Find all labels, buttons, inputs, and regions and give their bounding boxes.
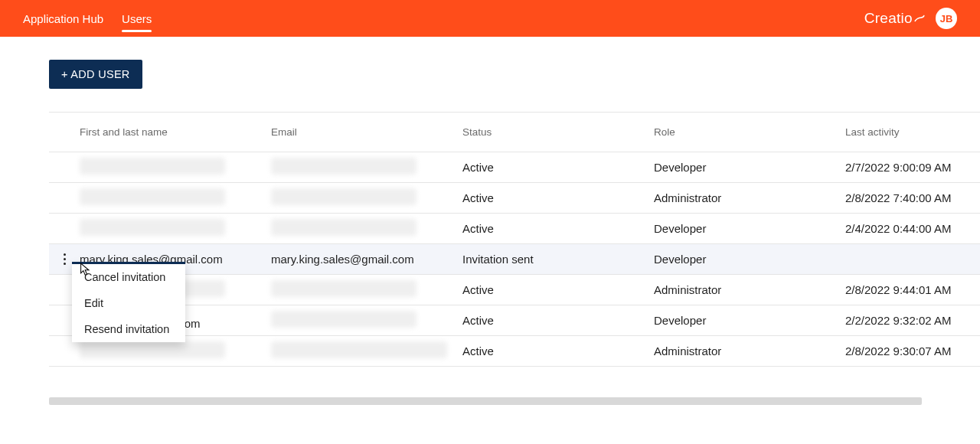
topbar: Application Hub Users Creatio JB — [0, 0, 980, 37]
topbar-right: Creatio JB — [864, 8, 957, 29]
menu-edit[interactable]: Edit — [72, 290, 185, 316]
redacted-email — [271, 219, 416, 236]
nav-application-hub[interactable]: Application Hub — [23, 0, 103, 37]
cell-role: Administrator — [654, 283, 721, 296]
nav-users[interactable]: Users — [122, 0, 152, 37]
redacted-email — [271, 158, 416, 175]
cell-role: Developer — [654, 314, 706, 327]
cell-last-activity: 2/8/2022 7:40:00 AM — [845, 191, 951, 204]
cursor-icon — [80, 262, 92, 277]
redacted-name — [80, 219, 225, 236]
horizontal-scrollbar[interactable] — [49, 397, 922, 405]
cell-status: Invitation sent — [462, 253, 534, 266]
redacted-email — [271, 280, 416, 297]
add-user-button[interactable]: + ADD USER — [49, 60, 142, 89]
table-row[interactable]: Active Developer 2/4/2022 0:44:00 AM — [49, 214, 980, 244]
cell-last-activity: 2/8/2022 9:44:01 AM — [845, 283, 951, 296]
page-content: + ADD USER First and last name Email Sta… — [0, 37, 980, 420]
cell-status: Active — [462, 161, 494, 174]
table-header: First and last name Email Status Role La… — [49, 113, 980, 152]
cell-last-activity: 2/2/2022 9:32:02 AM — [845, 314, 951, 327]
table-row[interactable]: Active Administrator 2/8/2022 7:40:00 AM — [49, 183, 980, 214]
redacted-email — [271, 188, 416, 205]
redacted-name — [80, 188, 225, 205]
table-row[interactable]: mary.king.sales@gmail.com Cancel invitat… — [49, 244, 980, 275]
redacted-name — [80, 341, 225, 358]
cell-status: Active — [462, 191, 494, 204]
col-header-role[interactable]: Role — [654, 126, 845, 138]
avatar[interactable]: JB — [936, 8, 957, 29]
cell-role: Administrator — [654, 191, 721, 204]
table-row[interactable]: Active Developer 2/7/2022 9:00:09 AM — [49, 152, 980, 183]
redacted-name — [80, 158, 225, 175]
col-header-last-activity[interactable]: Last activity — [845, 126, 975, 138]
col-header-email[interactable]: Email — [271, 126, 462, 138]
users-table: First and last name Email Status Role La… — [49, 112, 980, 367]
brand-swoosh-icon — [914, 13, 925, 24]
table-row[interactable]: Active Administrator 2/8/2022 9:30:07 AM — [49, 336, 980, 367]
cell-email: mary.king.sales@gmail.com — [271, 253, 414, 266]
cell-last-activity: 2/8/2022 9:30:07 AM — [845, 344, 951, 357]
cell-role: Developer — [654, 222, 706, 235]
cell-role: Administrator — [654, 344, 721, 357]
table-row[interactable]: .com Active Developer 2/2/2022 9:32:02 A… — [49, 305, 980, 336]
cell-status: Active — [462, 283, 494, 296]
cell-status: Active — [462, 344, 494, 357]
table-row[interactable]: Active Administrator 2/8/2022 9:44:01 AM — [49, 275, 980, 305]
row-actions-icon[interactable] — [58, 252, 70, 267]
cell-role: Developer — [654, 253, 706, 266]
cell-status: Active — [462, 314, 494, 327]
col-header-name[interactable]: First and last name — [80, 126, 271, 138]
brand-text: Creatio — [864, 10, 913, 27]
col-header-status[interactable]: Status — [462, 126, 654, 138]
top-nav: Application Hub Users — [23, 0, 152, 37]
cell-last-activity: 2/7/2022 9:00:09 AM — [845, 161, 951, 174]
menu-resend-invitation[interactable]: Resend invitation — [72, 316, 185, 342]
cell-status: Active — [462, 222, 494, 235]
cell-last-activity: 2/4/2022 0:44:00 AM — [845, 222, 951, 235]
redacted-email — [271, 311, 416, 328]
redacted-email — [271, 341, 447, 358]
cell-role: Developer — [654, 161, 706, 174]
brand-logo: Creatio — [864, 10, 925, 27]
